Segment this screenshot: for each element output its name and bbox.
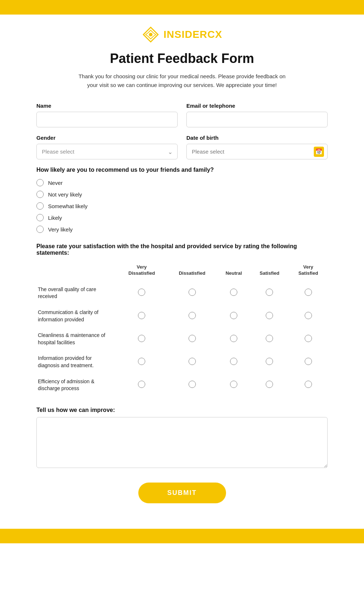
dob-input[interactable]: [186, 144, 328, 159]
page-title: Patient Feedback Form: [36, 51, 328, 66]
rating-col-statement: [36, 262, 116, 282]
recommend-very-likely[interactable]: Very likely: [36, 226, 328, 233]
info-diagnosis-very-dissatisfied[interactable]: [138, 358, 145, 365]
recommend-not-very-likely[interactable]: Not very likely: [36, 191, 328, 198]
communication-very-satisfied[interactable]: [305, 312, 312, 319]
recommend-likely-label: Likely: [48, 215, 62, 221]
table-row: Communication & clarity of information p…: [36, 305, 328, 328]
feedback-form: Name Email or telephone Gender Please se…: [36, 103, 328, 503]
recommend-not-very-likely-label: Not very likely: [48, 191, 82, 198]
improve-textarea[interactable]: [36, 417, 328, 468]
gender-select-wrapper: Please select Male Female Other Prefer n…: [36, 144, 178, 159]
table-row: The overall quality of care received: [36, 282, 328, 305]
communication-dissatisfied[interactable]: [189, 312, 196, 319]
communication-very-dissatisfied[interactable]: [138, 312, 145, 319]
recommend-question: How likely are you to recommend us to yo…: [36, 167, 328, 173]
rating-question: Please rate your satisfaction with the t…: [36, 243, 328, 256]
table-row: Efficiency of admission & discharge proc…: [36, 374, 328, 397]
communication-neutral[interactable]: [230, 312, 237, 319]
communication-satisfied[interactable]: [266, 312, 273, 319]
svg-point-2: [149, 33, 153, 36]
rating-table: VeryDissatisfied Dissatisfied Neutral Sa…: [36, 262, 328, 397]
submit-area: SUBMIT: [36, 483, 328, 503]
rating-col-neutral: Neutral: [217, 262, 250, 282]
rating-col-dissatisfied: Dissatisfied: [167, 262, 217, 282]
efficiency-very-satisfied[interactable]: [305, 381, 312, 388]
recommend-never-label: Never: [48, 180, 63, 186]
rating-row-label-4: Efficiency of admission & discharge proc…: [36, 374, 116, 397]
quality-care-very-dissatisfied[interactable]: [138, 289, 145, 296]
rating-row-label-2: Cleanliness & maintenance of hospital fa…: [36, 328, 116, 350]
table-row: Information provided for diagnosis and t…: [36, 350, 328, 373]
improve-label: Tell us how we can improve:: [36, 407, 328, 413]
dob-wrapper: 📅: [186, 144, 328, 159]
efficiency-very-dissatisfied[interactable]: [138, 381, 145, 388]
rating-row-label-0: The overall quality of care received: [36, 282, 116, 305]
quality-care-satisfied[interactable]: [266, 289, 273, 296]
bottom-bar: [0, 529, 364, 543]
rating-row-label-1: Communication & clarity of information p…: [36, 305, 116, 328]
info-diagnosis-satisfied[interactable]: [266, 358, 273, 365]
top-bar: [0, 0, 364, 15]
rating-row-label-3: Information provided for diagnosis and t…: [36, 350, 116, 373]
info-diagnosis-dissatisfied[interactable]: [189, 358, 196, 365]
cleanliness-neutral[interactable]: [230, 335, 237, 342]
rating-section: Please rate your satisfaction with the t…: [36, 243, 328, 397]
email-label: Email or telephone: [186, 103, 328, 109]
submit-button[interactable]: SUBMIT: [138, 483, 226, 503]
cleanliness-very-dissatisfied[interactable]: [138, 335, 145, 342]
info-diagnosis-neutral[interactable]: [230, 358, 237, 365]
quality-care-neutral[interactable]: [230, 289, 237, 296]
logo-area: INSIDERCX: [36, 15, 328, 51]
efficiency-satisfied[interactable]: [266, 381, 273, 388]
recommend-options: Never Not very likely Somewhat likely Li…: [36, 179, 328, 233]
cleanliness-satisfied[interactable]: [266, 335, 273, 342]
page-subtitle: Thank you for choosing our clinic for yo…: [73, 72, 291, 90]
name-input[interactable]: [36, 112, 178, 127]
logo-brand: INSIDERCX: [163, 29, 222, 40]
rating-col-satisfied: Satisfied: [250, 262, 289, 282]
cleanliness-very-satisfied[interactable]: [305, 335, 312, 342]
dob-label: Date of birth: [186, 135, 328, 141]
gender-label: Gender: [36, 135, 178, 141]
recommend-never[interactable]: Never: [36, 179, 328, 186]
recommend-very-likely-radio[interactable]: [36, 226, 44, 233]
table-row: Cleanliness & maintenance of hospital fa…: [36, 328, 328, 350]
cleanliness-dissatisfied[interactable]: [189, 335, 196, 342]
efficiency-dissatisfied[interactable]: [189, 381, 196, 388]
info-diagnosis-very-satisfied[interactable]: [305, 358, 312, 365]
recommend-not-very-likely-radio[interactable]: [36, 191, 44, 198]
quality-care-very-satisfied[interactable]: [305, 289, 312, 296]
rating-col-very-dissatisfied: VeryDissatisfied: [116, 262, 167, 282]
recommend-likely-radio[interactable]: [36, 214, 44, 221]
recommend-somewhat-likely-label: Somewhat likely: [48, 203, 87, 209]
rating-col-very-satisfied: VerySatisfied: [289, 262, 328, 282]
name-label: Name: [36, 103, 178, 109]
efficiency-neutral[interactable]: [230, 381, 237, 388]
email-input[interactable]: [186, 112, 328, 127]
recommend-very-likely-label: Very likely: [48, 226, 73, 233]
gender-select[interactable]: Please select Male Female Other Prefer n…: [36, 144, 178, 159]
recommend-somewhat-likely[interactable]: Somewhat likely: [36, 202, 328, 210]
recommend-never-radio[interactable]: [36, 179, 44, 186]
logo-icon: [142, 25, 160, 44]
recommend-likely[interactable]: Likely: [36, 214, 328, 221]
quality-care-dissatisfied[interactable]: [189, 289, 196, 296]
recommend-somewhat-likely-radio[interactable]: [36, 202, 44, 210]
